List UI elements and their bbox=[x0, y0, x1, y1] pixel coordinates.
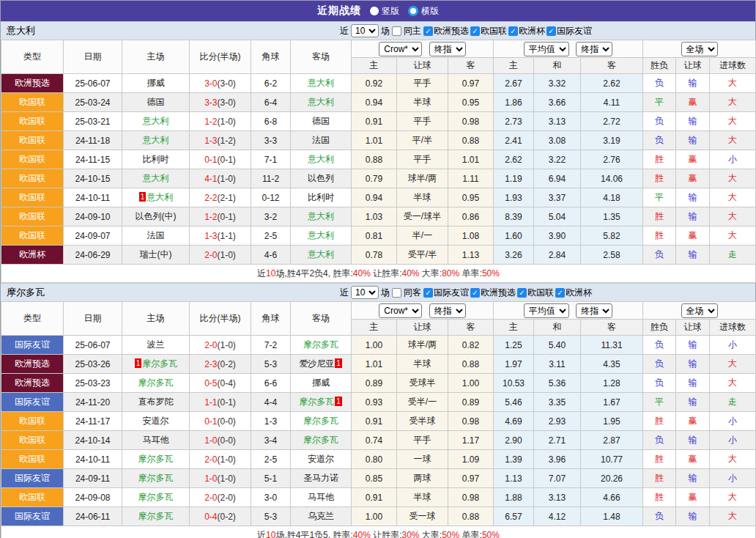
fulltime-score: 1-0 bbox=[204, 435, 217, 446]
score-cell: 3-3(3-0) bbox=[190, 93, 251, 112]
match-row: 欧国联25-03-24德国3-3(3-0)6-4意大利0.94半球0.951.8… bbox=[1, 93, 756, 112]
competition-filters: ✓欧洲预选✓欧国联✓欧洲杯✓国际友谊 bbox=[423, 25, 593, 37]
competition-type-cell: 欧洲杯 bbox=[1, 246, 64, 265]
result-goals-cell: 大 bbox=[710, 112, 756, 131]
competition-filter[interactable]: ✓欧洲预选 bbox=[423, 25, 469, 37]
competition-filter[interactable]: ✓国际友谊 bbox=[423, 287, 469, 299]
checked-checkbox-icon[interactable]: ✓ bbox=[546, 26, 556, 36]
euro-company-select[interactable]: 平均值 bbox=[524, 303, 569, 318]
away-team-name: 意大利 bbox=[308, 97, 334, 107]
column-header-handicap-line: 让球 bbox=[397, 58, 448, 74]
handicap-line-cell: 受一/球半 bbox=[397, 207, 448, 226]
match-row: 欧洲预选25-03-23摩尔多瓦0-5(0-4)6-6挪威0.89受球半1.00… bbox=[1, 374, 756, 393]
summary-segment: 50% bbox=[482, 530, 500, 538]
result-group-header: 全场 bbox=[643, 302, 756, 320]
summary-segment: 40% bbox=[401, 268, 419, 279]
summary-segment: 30% bbox=[401, 530, 419, 538]
euro-home-odds-cell: 2.90 bbox=[494, 431, 534, 450]
home-team-cell: 波兰 bbox=[122, 336, 190, 355]
euro-company-select[interactable]: 平均值 bbox=[524, 42, 569, 56]
handicap-line-cell: 受球半 bbox=[397, 374, 448, 393]
competition-filter[interactable]: ✓欧国联 bbox=[470, 25, 507, 37]
result-goals-cell: 大 bbox=[710, 74, 756, 93]
euro-away-odds-cell: 4.66 bbox=[581, 488, 643, 507]
bookmaker-select[interactable]: Crow* bbox=[379, 303, 422, 318]
match-count-select[interactable]: 10 bbox=[351, 24, 379, 37]
vertical-layout-radio[interactable]: 竖版 bbox=[370, 5, 399, 18]
match-date-cell: 24-06-11 bbox=[64, 507, 122, 526]
halftime-score: (1-1) bbox=[218, 231, 236, 241]
euro-draw-odds-cell: 3.32 bbox=[534, 74, 581, 93]
away-team-cell: 法国 bbox=[291, 131, 352, 150]
handicap-away-odds-cell: 0.95 bbox=[448, 188, 494, 207]
section-moldova: 摩尔多瓦 近 10 场 同客 ✓国际友谊✓欧洲预选✓欧国联✓欧洲杯 类型 日期 bbox=[1, 283, 755, 538]
radio-unchecked-icon[interactable] bbox=[370, 7, 379, 15]
match-row: 欧国联24-10-111意大利2-2(2-1)0-12比利时0.94半球0.95… bbox=[1, 188, 756, 207]
euro-away-odds-cell: 1.67 bbox=[581, 393, 643, 412]
euro-time-select[interactable]: 终指 bbox=[576, 42, 612, 56]
euro-away-odds-cell: 2.58 bbox=[581, 246, 643, 265]
checked-checkbox-icon[interactable]: ✓ bbox=[517, 288, 527, 298]
team-name-label: 意大利 bbox=[1, 24, 340, 37]
score-cell: 2-2(2-1) bbox=[190, 188, 251, 207]
match-count-select[interactable]: 10 bbox=[351, 286, 379, 299]
euro-time-select[interactable]: 终指 bbox=[576, 303, 612, 318]
scope-select[interactable]: 全场 bbox=[681, 42, 718, 56]
away-team-cell: 马耳他 bbox=[291, 488, 352, 507]
competition-filter[interactable]: ✓国际友谊 bbox=[546, 25, 592, 37]
halftime-score: (0-2) bbox=[218, 512, 236, 522]
handicap-line-cell: 半球 bbox=[397, 188, 448, 207]
column-header-handicap-away: 客 bbox=[448, 58, 494, 74]
scope-select[interactable]: 全场 bbox=[681, 303, 718, 318]
result-winloss-cell: 负 bbox=[643, 74, 676, 93]
column-header-euro-home: 主 bbox=[494, 320, 534, 336]
title-bar: 近期战绩 竖版 横版 bbox=[1, 1, 755, 21]
bookmaker-select[interactable]: Crow* bbox=[379, 42, 422, 56]
competition-type-cell: 国际友谊 bbox=[1, 393, 64, 412]
checked-checkbox-icon[interactable]: ✓ bbox=[555, 288, 565, 298]
away-team-name: 意大利 bbox=[308, 78, 334, 88]
checked-checkbox-icon[interactable]: ✓ bbox=[470, 288, 480, 298]
home-team-name: 摩尔多瓦 bbox=[138, 377, 174, 388]
euro-draw-odds-cell: 6.94 bbox=[534, 169, 581, 188]
competition-filter[interactable]: ✓欧洲杯 bbox=[555, 287, 592, 299]
summary-text: 近10场,胜4平1负5, 胜率:40% 让胜率:30% 大率:50% 单率:50… bbox=[1, 526, 756, 538]
result-goals-cell: 小 bbox=[710, 469, 756, 488]
handicap-time-select[interactable]: 终指 bbox=[429, 42, 466, 56]
corner-cell: 6-4 bbox=[251, 93, 291, 112]
column-header-result-handicap: 让球 bbox=[676, 58, 710, 74]
competition-filter-label: 国际友谊 bbox=[434, 287, 469, 299]
checked-checkbox-icon[interactable]: ✓ bbox=[508, 26, 518, 36]
team-name-label: 摩尔多瓦 bbox=[1, 286, 340, 299]
competition-type-cell: 国际友谊 bbox=[1, 507, 64, 526]
home-team-cell: 摩尔多瓦 bbox=[122, 374, 190, 393]
euro-home-odds-cell: 2.67 bbox=[494, 74, 534, 93]
corner-cell: 5-1 bbox=[251, 469, 291, 488]
handicap-home-odds-cell: 1.03 bbox=[352, 207, 397, 226]
halftime-score: (1-0) bbox=[218, 117, 236, 127]
handicap-time-select[interactable]: 终指 bbox=[429, 303, 466, 318]
result-winloss-cell: 负 bbox=[643, 507, 676, 526]
result-winloss-cell: 平 bbox=[643, 93, 676, 112]
same-venue-checkbox[interactable] bbox=[392, 26, 401, 36]
checked-checkbox-icon[interactable]: ✓ bbox=[423, 26, 433, 36]
competition-filter[interactable]: ✓欧洲预选 bbox=[470, 287, 516, 299]
result-handicap-cell: 输 bbox=[676, 112, 710, 131]
handicap-home-odds-cell: 0.89 bbox=[352, 374, 397, 393]
same-venue-checkbox[interactable] bbox=[392, 288, 401, 298]
competition-filter[interactable]: ✓欧洲杯 bbox=[508, 25, 545, 37]
score-cell: 2-3(0-2) bbox=[190, 355, 251, 374]
match-row: 欧国联24-11-17安道尔0-1(0-0)1-3摩尔多瓦0.91受半球0.98… bbox=[1, 412, 756, 431]
radio-checked-icon[interactable] bbox=[408, 6, 418, 16]
competition-filter[interactable]: ✓欧国联 bbox=[517, 287, 554, 299]
competition-type-cell: 欧国联 bbox=[1, 412, 64, 431]
handicap-away-odds-cell: 0.97 bbox=[448, 469, 494, 488]
summary-segment: 40% bbox=[353, 268, 371, 279]
home-team-name: 德国 bbox=[147, 97, 165, 107]
checked-checkbox-icon[interactable]: ✓ bbox=[423, 288, 433, 298]
column-header-away: 客场 bbox=[291, 40, 352, 74]
handicap-home-odds-cell: 1.01 bbox=[352, 131, 397, 150]
checked-checkbox-icon[interactable]: ✓ bbox=[470, 26, 480, 36]
halftime-score: (0-1) bbox=[218, 397, 236, 408]
horizontal-layout-radio[interactable]: 横版 bbox=[408, 5, 439, 18]
